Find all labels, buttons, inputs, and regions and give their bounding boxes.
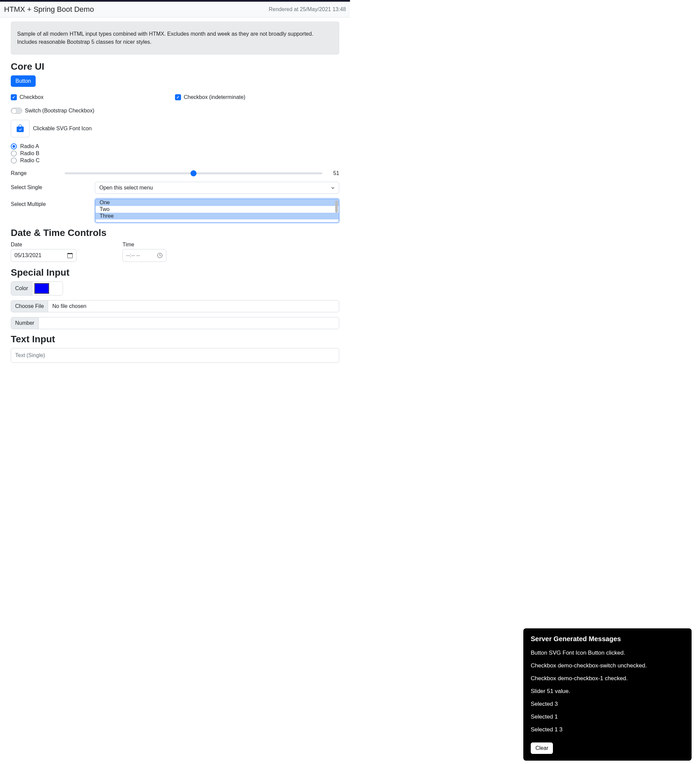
text-single-placeholder: Text (Single) [15, 352, 45, 358]
number-label: Number [11, 317, 39, 329]
select-option-one[interactable]: One [96, 199, 338, 206]
switch-toggle[interactable] [11, 108, 22, 114]
radio-c-label: Radio C [20, 158, 40, 164]
render-timestamp: Rendered at 25/May/2021 13:48 [269, 6, 346, 13]
section-core-ui: Core UI [11, 61, 339, 72]
page-header: HTMX + Spring Boot Demo Rendered at 25/M… [0, 2, 350, 17]
range-value: 51 [326, 170, 339, 176]
clock-icon [157, 253, 163, 258]
file-value: No file chosen [52, 303, 86, 309]
select-option-two[interactable]: Two [96, 206, 338, 213]
checkbox-1-label: Checkbox [20, 94, 44, 100]
radio-b-label: Radio B [20, 150, 39, 157]
switch-label: Switch (Bootstrap Checkbox) [25, 108, 94, 114]
select-option-three[interactable]: Three [96, 213, 338, 219]
date-value: 05/13/2021 [14, 252, 41, 258]
intro-callout: Sample of all modern HTML input types co… [11, 22, 339, 55]
select-single-value: Open this select menu [99, 185, 153, 191]
checkbox-1[interactable] [11, 94, 17, 100]
calendar-icon [67, 253, 73, 258]
range-slider[interactable] [64, 172, 323, 174]
svg-icon-label: Clickable SVG Font Icon [33, 125, 92, 132]
select-scrollbar[interactable] [335, 200, 338, 213]
section-datetime: Date & Time Controls [11, 227, 339, 238]
time-label: Time [122, 242, 227, 248]
section-text: Text Input [11, 334, 339, 344]
radio-a-label: Radio A [20, 143, 39, 149]
radio-b[interactable] [11, 150, 17, 157]
checkbox-indeterminate[interactable] [175, 94, 181, 100]
date-input[interactable]: 05/13/2021 [11, 249, 77, 262]
date-label: Date [11, 242, 116, 248]
range-label: Range [11, 170, 61, 176]
section-special: Special Input [11, 267, 339, 278]
color-input[interactable] [34, 283, 49, 294]
text-single-input[interactable]: Text (Single) [11, 348, 339, 363]
range-thumb[interactable] [191, 170, 197, 176]
time-input[interactable]: --:-- -- [122, 249, 166, 262]
select-multiple-label: Select Multiple [11, 199, 92, 207]
bag-check-icon [16, 125, 24, 133]
select-single[interactable]: Open this select menu [95, 182, 339, 194]
time-value: --:-- -- [126, 252, 140, 258]
demo-button[interactable]: Button [11, 75, 36, 87]
select-multiple[interactable]: One Two Three [95, 199, 339, 223]
radio-c[interactable] [11, 158, 17, 164]
checkbox-indeterminate-label: Checkbox (indeterminate) [184, 94, 245, 100]
select-single-label: Select Single [11, 182, 92, 191]
number-input[interactable] [39, 317, 339, 329]
svg-icon-button[interactable] [11, 120, 30, 137]
page-title: HTMX + Spring Boot Demo [4, 5, 94, 14]
file-button[interactable]: Choose File [11, 301, 48, 312]
radio-a[interactable] [11, 143, 17, 149]
color-label: Color [11, 282, 32, 295]
chevron-down-icon [331, 186, 335, 190]
